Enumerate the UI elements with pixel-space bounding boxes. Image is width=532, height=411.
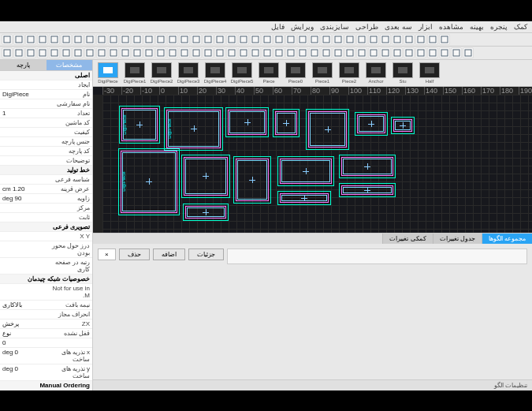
color-b-icon[interactable] [250,47,261,58]
prop-value[interactable] [0,241,47,257]
pattern-piece-0[interactable]: DigiPiece [119,106,160,144]
prop-value[interactable] [0,232,47,241]
thumb-12[interactable]: Half [418,62,441,84]
rect-b-icon[interactable] [285,47,296,58]
prop-value[interactable]: 0 deg [0,348,47,364]
prop-tab-properties[interactable]: مشخصات [47,60,93,70]
thumb-2[interactable]: DigiPiece2 [150,62,173,84]
text-b-icon[interactable] [333,47,344,58]
undo-b-icon[interactable] [49,47,60,58]
thumb-1[interactable]: DigiPiece1 [123,62,147,84]
undo-icon[interactable] [49,34,60,45]
bottom-pill[interactable]: × [98,248,116,260]
bottom-list[interactable] [227,248,527,264]
hide-b-icon[interactable] [392,47,403,58]
seam-icon[interactable] [427,34,438,45]
prop-value[interactable]: 90 deg [0,194,47,203]
copy-icon[interactable] [84,34,95,45]
notch-b-icon[interactable] [415,47,426,58]
thumb-7[interactable]: Piece0 [284,62,307,84]
bottom-tab-0[interactable]: مجموعه الگوها [482,234,532,244]
prop-value[interactable] [0,156,47,165]
pattern-piece-14[interactable] [183,204,229,221]
pattern-piece-9[interactable] [233,156,271,204]
menu-3[interactable]: مشاهده [439,23,463,31]
prop-value[interactable]: 0 [0,338,47,347]
menu-0[interactable]: کمک [514,23,527,31]
lock-icon[interactable] [368,34,379,45]
pattern-piece-2[interactable] [225,107,269,137]
print-icon[interactable] [37,34,48,45]
select-b-icon[interactable] [155,47,166,58]
pattern-piece-7[interactable]: DigiPiece [118,148,180,215]
prop-value[interactable] [0,137,47,146]
zoom-out-icon[interactable] [120,34,131,45]
open-b-icon[interactable] [13,47,24,58]
copy-b-icon[interactable] [84,47,95,58]
drawing-canvas[interactable]: -30-20-100102030405060708090100110120130… [93,87,532,233]
pan-b-icon[interactable] [143,47,154,58]
select-icon[interactable] [155,34,166,45]
prop-value[interactable] [0,284,47,300]
move-icon[interactable] [167,34,178,45]
measure-b-icon[interactable] [321,47,332,58]
prop-value[interactable]: 1 [0,109,47,118]
prop-value[interactable]: بالاکاری [0,301,47,309]
zoom-out-b-icon[interactable] [120,47,131,58]
prop-value[interactable] [0,128,47,136]
rotate-icon[interactable] [179,34,190,45]
pan-icon[interactable] [143,34,154,45]
menu-1[interactable]: پنجره [490,23,508,31]
redo-b-icon[interactable] [61,47,72,58]
dart-icon[interactable] [439,34,450,45]
bottom-tab-2[interactable]: کمکی تغییرات [382,234,432,244]
prop-value[interactable] [0,80,47,89]
thumb-9[interactable]: Piece2 [337,62,361,84]
thumb-0[interactable]: DigiPiece [96,62,120,84]
ungroup-b-icon[interactable] [226,47,237,58]
delete-button[interactable]: حذف [119,248,150,260]
prop-tab-fabric[interactable]: پارچه [0,60,47,70]
circle-icon[interactable] [297,34,308,45]
fit-b-icon[interactable] [132,47,143,58]
add-button[interactable]: اضافه [153,248,185,260]
menu-2[interactable]: بهینه [470,23,484,31]
unlock-b-icon[interactable] [380,47,391,58]
hide-icon[interactable] [392,34,403,45]
pattern-piece-13[interactable] [277,191,331,205]
show-b-icon[interactable] [404,47,415,58]
prop-value[interactable] [0,213,47,222]
prop-value[interactable] [0,204,47,212]
pattern-piece-3[interactable] [273,109,299,137]
details-button[interactable]: جزئیات [188,248,224,260]
group-icon[interactable] [214,34,225,45]
thumb-11[interactable]: Stu [391,62,415,84]
move-b-icon[interactable] [167,47,178,58]
save-icon[interactable] [25,34,36,45]
pattern-piece-12[interactable] [339,183,396,197]
menu-7[interactable]: سایزبندی [320,23,349,31]
cut-icon[interactable] [73,34,84,45]
prop-value[interactable] [0,175,47,184]
unlock-icon[interactable] [380,34,391,45]
menu-8[interactable]: ویرایش [291,23,314,31]
bottom-tab-1[interactable]: جدول تغییرات [433,234,482,244]
layer-b-icon[interactable] [238,47,249,58]
menu-6[interactable]: طراحی [355,23,378,31]
rect-icon[interactable] [285,34,296,45]
redo-icon[interactable] [61,34,72,45]
dart-b-icon[interactable] [439,47,450,58]
line-b-icon[interactable] [262,47,273,58]
curve-icon[interactable] [273,34,285,45]
thumb-10[interactable]: Anchor [364,62,388,84]
measure-icon[interactable] [321,34,332,45]
fit-icon[interactable] [132,34,143,45]
thumb-3[interactable]: DigiPiece3 [177,62,200,84]
notch-icon[interactable] [415,34,426,45]
grain-b-icon[interactable] [451,47,462,58]
ungroup-icon[interactable] [226,34,237,45]
save-b-icon[interactable] [25,47,36,58]
zoom-in-icon[interactable] [108,34,119,45]
grid-icon[interactable] [344,34,355,45]
show-icon[interactable] [404,34,415,45]
